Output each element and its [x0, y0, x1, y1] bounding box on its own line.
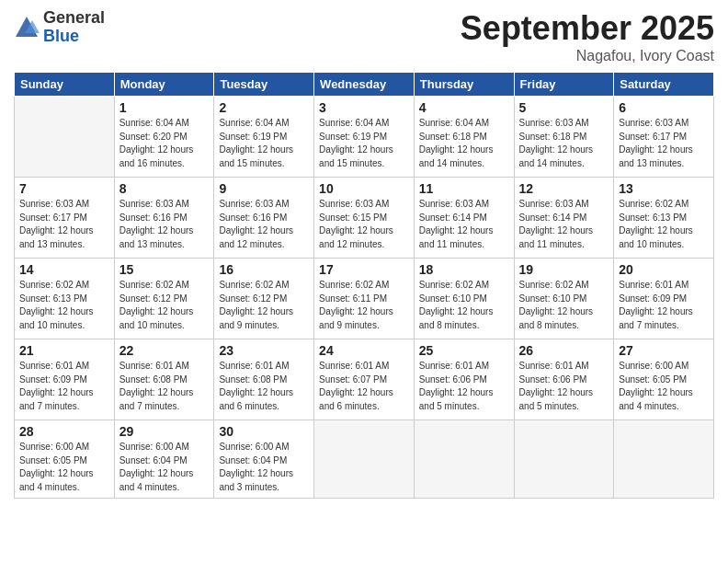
day-cell: 7Sunrise: 6:03 AM Sunset: 6:17 PM Daylig… [15, 178, 115, 259]
days-header-row: Sunday Monday Tuesday Wednesday Thursday… [15, 73, 714, 97]
day-cell: 6Sunrise: 6:03 AM Sunset: 6:17 PM Daylig… [614, 97, 714, 178]
day-info: Sunrise: 6:01 AM Sunset: 6:07 PM Dayligh… [319, 360, 409, 413]
day-cell: 2Sunrise: 6:04 AM Sunset: 6:19 PM Daylig… [214, 97, 314, 178]
day-cell: 22Sunrise: 6:01 AM Sunset: 6:08 PM Dayli… [114, 339, 214, 420]
day-cell: 10Sunrise: 6:03 AM Sunset: 6:15 PM Dayli… [314, 178, 415, 259]
day-cell: 19Sunrise: 6:02 AM Sunset: 6:10 PM Dayli… [514, 259, 614, 339]
day-info: Sunrise: 6:02 AM Sunset: 6:12 PM Dayligh… [219, 279, 309, 332]
day-info: Sunrise: 6:02 AM Sunset: 6:11 PM Dayligh… [319, 279, 409, 332]
day-cell: 29Sunrise: 6:00 AM Sunset: 6:04 PM Dayli… [114, 420, 214, 499]
day-info: Sunrise: 6:03 AM Sunset: 6:16 PM Dayligh… [119, 198, 210, 251]
logo-blue: Blue [43, 28, 105, 46]
day-info: Sunrise: 6:00 AM Sunset: 6:05 PM Dayligh… [619, 360, 709, 413]
day-cell [514, 420, 614, 499]
day-number: 16 [219, 262, 309, 277]
day-cell: 28Sunrise: 6:00 AM Sunset: 6:05 PM Dayli… [15, 420, 115, 499]
day-number: 3 [319, 100, 409, 115]
day-number: 13 [619, 181, 709, 196]
day-info: Sunrise: 6:00 AM Sunset: 6:05 PM Dayligh… [19, 441, 109, 494]
day-cell: 1Sunrise: 6:04 AM Sunset: 6:20 PM Daylig… [114, 97, 214, 178]
day-info: Sunrise: 6:02 AM Sunset: 6:10 PM Dayligh… [519, 279, 609, 332]
month-title: September 2025 [461, 9, 714, 48]
day-info: Sunrise: 6:03 AM Sunset: 6:14 PM Dayligh… [519, 198, 609, 251]
day-number: 2 [219, 100, 309, 115]
day-info: Sunrise: 6:04 AM Sunset: 6:18 PM Dayligh… [419, 117, 509, 170]
day-info: Sunrise: 6:03 AM Sunset: 6:17 PM Dayligh… [19, 198, 109, 251]
day-cell: 23Sunrise: 6:01 AM Sunset: 6:08 PM Dayli… [214, 339, 314, 420]
day-cell: 8Sunrise: 6:03 AM Sunset: 6:16 PM Daylig… [114, 178, 214, 259]
header-monday: Monday [114, 73, 214, 97]
day-cell: 12Sunrise: 6:03 AM Sunset: 6:14 PM Dayli… [514, 178, 614, 259]
day-cell: 11Sunrise: 6:03 AM Sunset: 6:14 PM Dayli… [414, 178, 514, 259]
day-info: Sunrise: 6:04 AM Sunset: 6:19 PM Dayligh… [319, 117, 409, 170]
day-number: 27 [619, 343, 709, 358]
day-number: 15 [119, 262, 210, 277]
day-cell: 14Sunrise: 6:02 AM Sunset: 6:13 PM Dayli… [15, 259, 115, 339]
day-info: Sunrise: 6:01 AM Sunset: 6:09 PM Dayligh… [619, 279, 709, 332]
calendar-table: Sunday Monday Tuesday Wednesday Thursday… [14, 72, 714, 499]
day-number: 18 [419, 262, 509, 277]
day-cell: 16Sunrise: 6:02 AM Sunset: 6:12 PM Dayli… [214, 259, 314, 339]
day-info: Sunrise: 6:04 AM Sunset: 6:19 PM Dayligh… [219, 117, 309, 170]
day-cell: 13Sunrise: 6:02 AM Sunset: 6:13 PM Dayli… [614, 178, 714, 259]
page-header: General Blue September 2025 Nagafou, Ivo… [14, 9, 714, 64]
day-cell: 26Sunrise: 6:01 AM Sunset: 6:06 PM Dayli… [514, 339, 614, 420]
day-number: 1 [119, 100, 210, 115]
day-info: Sunrise: 6:03 AM Sunset: 6:17 PM Dayligh… [619, 117, 709, 170]
day-cell: 21Sunrise: 6:01 AM Sunset: 6:09 PM Dayli… [15, 339, 115, 420]
day-number: 29 [119, 424, 210, 439]
day-number: 7 [19, 181, 109, 196]
day-info: Sunrise: 6:01 AM Sunset: 6:09 PM Dayligh… [19, 360, 109, 413]
day-number: 20 [619, 262, 709, 277]
day-number: 30 [219, 424, 309, 439]
day-cell: 9Sunrise: 6:03 AM Sunset: 6:16 PM Daylig… [214, 178, 314, 259]
day-number: 9 [219, 181, 309, 196]
week-row-1: 1Sunrise: 6:04 AM Sunset: 6:20 PM Daylig… [15, 97, 714, 178]
day-cell: 24Sunrise: 6:01 AM Sunset: 6:07 PM Dayli… [314, 339, 415, 420]
day-info: Sunrise: 6:02 AM Sunset: 6:10 PM Dayligh… [419, 279, 509, 332]
title-block: September 2025 Nagafou, Ivory Coast [461, 9, 714, 64]
header-wednesday: Wednesday [314, 73, 415, 97]
day-info: Sunrise: 6:01 AM Sunset: 6:08 PM Dayligh… [119, 360, 210, 413]
location-subtitle: Nagafou, Ivory Coast [461, 48, 714, 64]
header-friday: Friday [514, 73, 614, 97]
logo-general: General [43, 9, 105, 28]
day-number: 5 [519, 100, 609, 115]
header-tuesday: Tuesday [214, 73, 314, 97]
day-info: Sunrise: 6:01 AM Sunset: 6:08 PM Dayligh… [219, 360, 309, 413]
day-number: 12 [519, 181, 609, 196]
day-cell: 15Sunrise: 6:02 AM Sunset: 6:12 PM Dayli… [114, 259, 214, 339]
week-row-3: 14Sunrise: 6:02 AM Sunset: 6:13 PM Dayli… [15, 259, 714, 339]
day-info: Sunrise: 6:00 AM Sunset: 6:04 PM Dayligh… [219, 441, 309, 494]
day-info: Sunrise: 6:04 AM Sunset: 6:20 PM Dayligh… [119, 117, 210, 170]
logo-text: General Blue [43, 9, 105, 46]
day-cell: 30Sunrise: 6:00 AM Sunset: 6:04 PM Dayli… [214, 420, 314, 499]
day-number: 26 [519, 343, 609, 358]
week-row-2: 7Sunrise: 6:03 AM Sunset: 6:17 PM Daylig… [15, 178, 714, 259]
day-info: Sunrise: 6:02 AM Sunset: 6:12 PM Dayligh… [119, 279, 210, 332]
day-number: 10 [319, 181, 409, 196]
day-number: 11 [419, 181, 509, 196]
day-cell: 3Sunrise: 6:04 AM Sunset: 6:19 PM Daylig… [314, 97, 415, 178]
day-info: Sunrise: 6:03 AM Sunset: 6:16 PM Dayligh… [219, 198, 309, 251]
day-info: Sunrise: 6:03 AM Sunset: 6:14 PM Dayligh… [419, 198, 509, 251]
day-number: 22 [119, 343, 210, 358]
day-number: 14 [19, 262, 109, 277]
day-cell: 20Sunrise: 6:01 AM Sunset: 6:09 PM Dayli… [614, 259, 714, 339]
day-cell [15, 97, 115, 178]
day-cell [414, 420, 514, 499]
day-info: Sunrise: 6:02 AM Sunset: 6:13 PM Dayligh… [19, 279, 109, 332]
day-cell: 17Sunrise: 6:02 AM Sunset: 6:11 PM Dayli… [314, 259, 415, 339]
day-number: 4 [419, 100, 509, 115]
header-saturday: Saturday [614, 73, 714, 97]
day-info: Sunrise: 6:03 AM Sunset: 6:15 PM Dayligh… [319, 198, 409, 251]
day-number: 25 [419, 343, 509, 358]
week-row-5: 28Sunrise: 6:00 AM Sunset: 6:05 PM Dayli… [15, 420, 714, 499]
logo-icon [14, 15, 40, 40]
day-cell: 25Sunrise: 6:01 AM Sunset: 6:06 PM Dayli… [414, 339, 514, 420]
day-cell: 27Sunrise: 6:00 AM Sunset: 6:05 PM Dayli… [614, 339, 714, 420]
day-info: Sunrise: 6:02 AM Sunset: 6:13 PM Dayligh… [619, 198, 709, 251]
day-cell [314, 420, 415, 499]
day-info: Sunrise: 6:03 AM Sunset: 6:18 PM Dayligh… [519, 117, 609, 170]
day-number: 17 [319, 262, 409, 277]
